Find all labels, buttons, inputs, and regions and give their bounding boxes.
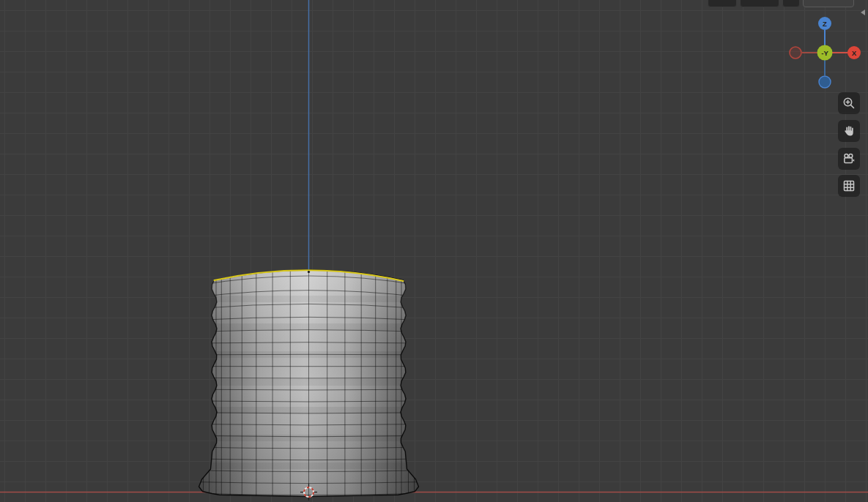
gizmo-x-label: X xyxy=(852,49,857,57)
3d-viewport[interactable]: Z X -Y xyxy=(0,0,868,502)
gizmo-neg-y-label: -Y xyxy=(821,49,828,57)
perspective-ortho-toggle-button[interactable] xyxy=(838,175,860,197)
move-view-button[interactable] xyxy=(838,120,860,142)
scene-canvas xyxy=(0,0,868,502)
header-fragment-wide[interactable] xyxy=(803,0,854,7)
navigation-gizmo[interactable]: Z X -Y xyxy=(784,12,866,94)
camera-icon xyxy=(842,151,856,166)
grid-icon xyxy=(842,179,856,193)
hand-icon xyxy=(842,124,856,138)
mesh-object[interactable] xyxy=(198,262,420,502)
gizmo-axis-neg-x-ball[interactable] xyxy=(790,47,801,59)
header-fragment-snap[interactable] xyxy=(708,0,737,7)
gizmo-axis-neg-z-ball[interactable] xyxy=(819,76,831,88)
header-fragment-small[interactable] xyxy=(782,0,800,7)
camera-view-button[interactable] xyxy=(838,148,860,170)
magnifier-plus-icon xyxy=(842,96,856,110)
gizmo-z-label: Z xyxy=(823,20,827,28)
zoom-button[interactable] xyxy=(838,92,860,114)
header-fragment-proportional[interactable] xyxy=(740,0,779,7)
